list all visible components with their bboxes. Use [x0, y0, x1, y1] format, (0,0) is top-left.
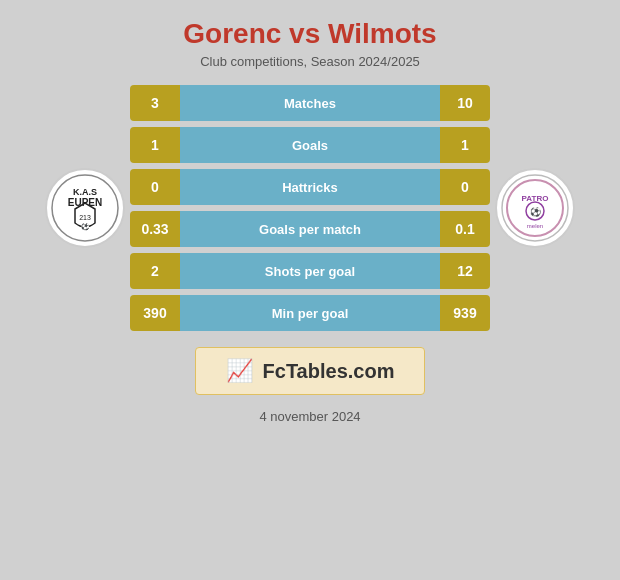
stat-left-value: 1	[130, 127, 180, 163]
stat-row: 2Shots per goal12	[130, 253, 490, 289]
stat-right-value: 12	[440, 253, 490, 289]
stat-label: Goals per match	[180, 211, 440, 247]
fctables-text: FcTables.com	[263, 360, 395, 383]
logo-eupen: K.A.S EUPEN 213 ⚽	[45, 168, 125, 248]
fctables-banner: 📈 FcTables.com	[195, 347, 426, 395]
stat-label: Min per goal	[180, 295, 440, 331]
stat-left-value: 390	[130, 295, 180, 331]
page-subtitle: Club competitions, Season 2024/2025	[183, 54, 436, 69]
svg-text:⚽: ⚽	[530, 206, 542, 218]
stat-right-value: 939	[440, 295, 490, 331]
stat-left-value: 3	[130, 85, 180, 121]
stat-left-value: 0	[130, 169, 180, 205]
logo-right-container: PATRO ⚽ melen	[490, 168, 580, 248]
svg-text:213: 213	[79, 214, 91, 221]
svg-text:⚽: ⚽	[81, 222, 90, 231]
svg-point-0	[52, 175, 118, 241]
stat-label: Matches	[180, 85, 440, 121]
fctables-icon: 📈	[226, 358, 253, 384]
stat-left-value: 2	[130, 253, 180, 289]
stat-label: Goals	[180, 127, 440, 163]
stat-row: 390Min per goal939	[130, 295, 490, 331]
stat-row: 0Hattricks0	[130, 169, 490, 205]
svg-text:K.A.S: K.A.S	[73, 187, 97, 197]
page-header: Gorenc vs Wilmots Club competitions, Sea…	[173, 0, 446, 75]
date-footer: 4 november 2024	[259, 409, 360, 424]
logo-wilmots: PATRO ⚽ melen	[495, 168, 575, 248]
stat-row: 3Matches10	[130, 85, 490, 121]
stat-right-value: 1	[440, 127, 490, 163]
stat-right-value: 0.1	[440, 211, 490, 247]
stat-left-value: 0.33	[130, 211, 180, 247]
stats-container: 3Matches101Goals10Hattricks00.33Goals pe…	[130, 85, 490, 331]
stat-row: 1Goals1	[130, 127, 490, 163]
stat-right-value: 0	[440, 169, 490, 205]
stat-label: Shots per goal	[180, 253, 440, 289]
svg-text:melen: melen	[527, 223, 543, 229]
main-content: K.A.S EUPEN 213 ⚽ 3Matches101Goals10Hatt…	[0, 75, 620, 331]
page-title: Gorenc vs Wilmots	[183, 18, 436, 50]
stat-right-value: 10	[440, 85, 490, 121]
stat-row: 0.33Goals per match0.1	[130, 211, 490, 247]
logo-left-container: K.A.S EUPEN 213 ⚽	[40, 168, 130, 248]
stat-label: Hattricks	[180, 169, 440, 205]
